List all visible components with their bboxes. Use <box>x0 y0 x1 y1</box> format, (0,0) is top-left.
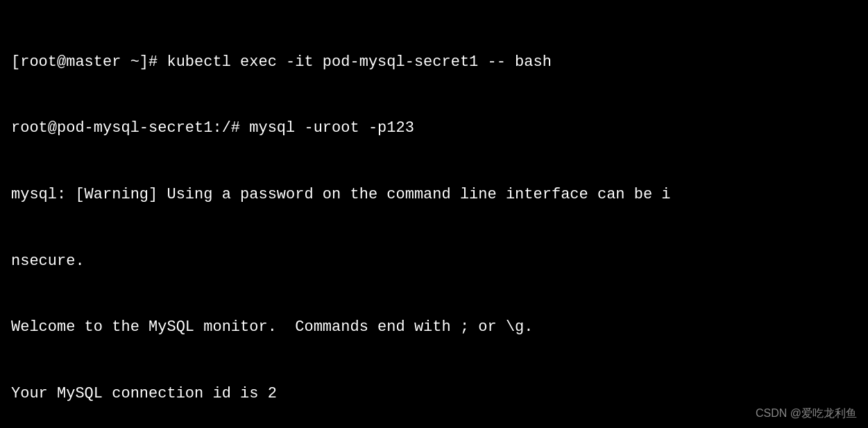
watermark-text: CSDN @爱吃龙利鱼 <box>756 406 857 421</box>
terminal-line-4: nsecure. <box>11 250 857 273</box>
terminal-line-1: [root@master ~]# kubectl exec -it pod-my… <box>11 51 857 74</box>
terminal-line-6: Your MySQL connection id is 2 <box>11 383 857 405</box>
terminal-line-2: root@pod-mysql-secret1:/# mysql -uroot -… <box>11 117 857 139</box>
terminal-output: [root@master ~]# kubectl exec -it pod-my… <box>11 7 857 428</box>
terminal-line-5: Welcome to the MySQL monitor. Commands e… <box>11 316 857 339</box>
terminal-line-3: mysql: [Warning] Using a password on the… <box>11 184 857 206</box>
